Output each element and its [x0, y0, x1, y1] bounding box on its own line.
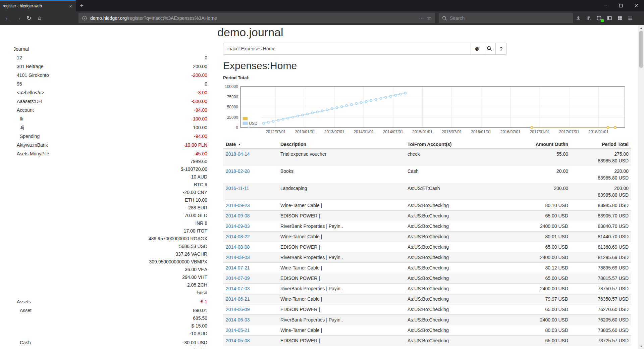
account-row: Account-94.00 — [13, 106, 207, 114]
account-link[interactable]: lk — [13, 114, 23, 123]
cell-period-total: 78815.57 USD — [571, 273, 631, 284]
tab-close-icon[interactable]: × — [68, 4, 73, 9]
cell-account: As:US:Bo:Checking — [405, 263, 516, 273]
transaction-date-link[interactable]: 2016-11-11 — [226, 186, 249, 191]
scroll-down-icon[interactable]: ▼ — [638, 344, 644, 349]
search-icon — [442, 16, 447, 21]
sort-ascending-icon: ▲ — [238, 143, 241, 146]
cell-account: As:US:ET:Cash — [405, 183, 516, 200]
menu-button[interactable] — [625, 13, 635, 23]
cell-period-total: 81440.70 USD — [571, 232, 631, 242]
account-link[interactable]: Aktywa:mBank — [13, 141, 48, 149]
account-link[interactable]: 95 — [13, 80, 22, 88]
transaction-date-link[interactable]: 2014-09-03 — [226, 223, 250, 229]
cell-amount: 2400.00 USD — [516, 284, 571, 294]
transaction-date-link[interactable]: 2014-08-03 — [226, 255, 250, 260]
downloads-button[interactable] — [573, 13, 583, 23]
transaction-date-link[interactable]: 2014-09-23 — [226, 203, 250, 208]
forward-button[interactable]: → — [13, 13, 23, 23]
apps-grid-button[interactable] — [615, 13, 625, 23]
cell-account: As:US:Bo:Checking — [405, 242, 516, 252]
account-balance: -94.00 — [40, 132, 207, 141]
account-link[interactable]: Asset — [13, 307, 32, 338]
table-row: 2014-09-23Wine-Tarner Cable |As:US:Bo:Ch… — [223, 200, 631, 211]
sidebar-journal-link[interactable]: Journal — [13, 45, 207, 53]
window-controls — [598, 0, 644, 11]
transaction-date-link[interactable]: 2014-06-21 — [226, 296, 250, 302]
transaction-date-link[interactable]: 2014-09-08 — [226, 213, 250, 218]
scroll-up-icon[interactable]: ▲ — [638, 25, 644, 31]
balance-amount: -10 AUD — [49, 173, 207, 181]
new-tab-button[interactable]: + — [76, 0, 88, 11]
account-link[interactable]: <u>hello</u> — [13, 88, 44, 97]
transaction-date-link[interactable]: 2014-08-22 — [226, 234, 250, 239]
scrollbar-thumb[interactable] — [639, 31, 643, 68]
browser-tab[interactable]: register - hledger-web × — [0, 0, 76, 11]
account-link[interactable]: Asets:MunyPile — [13, 150, 49, 297]
maximize-button[interactable] — [613, 0, 629, 11]
account-link[interactable]: Jij — [13, 123, 24, 132]
sidebar: Journal 120301 Beiträge200.004101 Giroko… — [13, 45, 207, 349]
svg-text:2012/07/01: 2012/07/01 — [266, 130, 286, 134]
transaction-date-link[interactable]: 2014-05-21 — [226, 328, 250, 333]
balance-amount: £-1 — [31, 297, 207, 306]
minimize-button[interactable] — [598, 0, 613, 11]
svg-text:2014/07/01: 2014/07/01 — [383, 130, 403, 134]
cell-amount: 55.00 — [516, 149, 571, 166]
account-link[interactable]: Cash — [13, 339, 31, 349]
cell-account: As:US:Bo:Checking — [405, 252, 516, 263]
cell-description: EDISON POWER | — [278, 211, 405, 221]
transaction-date-link[interactable]: 2014-07-09 — [226, 276, 250, 281]
transaction-date-link[interactable]: 2014-07-21 — [226, 265, 250, 270]
bookmark-star-icon[interactable]: ☆ — [427, 15, 431, 21]
account-link[interactable]: Account — [13, 106, 34, 114]
account-link[interactable]: Assets — [13, 297, 31, 306]
url-bar[interactable]: demo.hledger.org/register?q=inacct%3AExp… — [78, 13, 435, 23]
close-window-button[interactable] — [629, 0, 644, 11]
transaction-date-link[interactable]: 2014-06-03 — [226, 317, 250, 322]
cell-amount: 65.00 USD — [516, 242, 571, 252]
account-link[interactable]: 301 Beiträge — [13, 62, 43, 71]
transaction-date-link[interactable]: 2018-02-28 — [226, 168, 250, 174]
extension-button[interactable] — [594, 13, 604, 23]
home-button[interactable]: ⌂ — [34, 13, 45, 23]
search-submit-button[interactable] — [483, 43, 496, 55]
cell-account: Cash — [405, 166, 516, 183]
sidebars-button[interactable] — [604, 13, 614, 23]
cell-amount: 65.00 USD — [516, 336, 571, 346]
clear-query-button[interactable]: ⊗ — [471, 43, 483, 55]
account-balance: -10.00 PLN — [48, 141, 207, 149]
transaction-date-link[interactable]: 2014-07-03 — [226, 286, 250, 291]
back-button[interactable]: ← — [2, 13, 13, 23]
cell-period-total: 81295.69 USD — [571, 252, 631, 263]
column-header-account[interactable]: To/From Account(s) — [405, 140, 516, 149]
column-header-total[interactable]: Period Total — [571, 140, 631, 149]
library-button[interactable] — [584, 13, 594, 23]
account-link[interactable]: 12 — [13, 53, 22, 62]
column-header-date[interactable]: Date▲ — [223, 140, 278, 149]
query-input[interactable] — [223, 43, 471, 55]
transaction-date-link[interactable]: 2014-06-09 — [226, 307, 250, 312]
column-header-description[interactable]: Description — [278, 140, 405, 149]
balance-amount: 0 — [22, 80, 207, 88]
account-link[interactable]: Spending — [13, 132, 40, 141]
help-button[interactable]: ? — [495, 43, 507, 55]
url-text[interactable]: demo.hledger.org/register?q=inacct%3AExp… — [90, 15, 416, 21]
transaction-date-link[interactable]: 2018-04-14 — [226, 151, 250, 157]
table-row: 2014-06-03RiverBank Properties | Payin..… — [223, 315, 631, 325]
reload-button[interactable]: ↻ — [23, 13, 34, 23]
column-header-amount[interactable]: Amount Out/In — [516, 140, 571, 149]
cell-period-total: 200.0083985.80 USD — [571, 183, 631, 200]
table-row: 2018-02-28BooksCash20.00220.0083985.80 U… — [223, 166, 631, 183]
page-scrollbar[interactable]: ▲ ▼ — [638, 25, 644, 349]
transaction-date-link[interactable]: 2014-08-08 — [226, 244, 250, 250]
svg-text:75000: 75000 — [227, 95, 238, 99]
browser-search-bar[interactable]: Search — [439, 13, 573, 23]
balance-amount: 5686.53 USD — [49, 243, 207, 250]
account-link[interactable]: 4101 Girokonto — [13, 71, 49, 80]
balance-amount: 309.950000000000 VBMPX — [49, 258, 207, 266]
account-link[interactable]: Aaasets:DH — [13, 97, 42, 106]
transaction-date-link[interactable]: 2014-05-08 — [226, 338, 250, 343]
site-info-icon[interactable] — [82, 15, 87, 21]
page-actions-icon[interactable]: ⋯ — [419, 15, 424, 21]
